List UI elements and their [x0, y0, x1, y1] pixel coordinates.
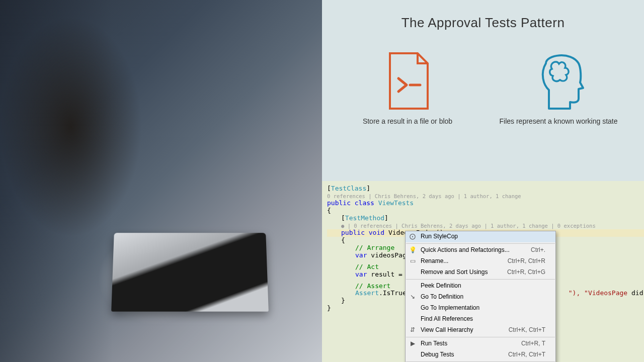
menu-item-shortcut: Ctrl+R, Ctrl+R — [508, 258, 545, 265]
menu-item-remove-and-sort-usings[interactable]: Remove and Sort UsingsCtrl+R, Ctrl+G — [406, 267, 555, 278]
menu-item-label: Run StyleCop — [421, 233, 458, 240]
menu-item-shortcut: Ctrl+. — [531, 247, 545, 254]
menu-item-go-to-implementation[interactable]: Go To Implementation — [406, 303, 555, 314]
slide-concepts: Store a result in a file or blob Files r… — [322, 48, 644, 127]
menu-item-icon: ▶ — [409, 340, 417, 347]
menu-item-run-tests[interactable]: ▶Run TestsCtrl+R, T — [406, 338, 555, 349]
menu-item-label: Quick Actions and Refactorings... — [421, 247, 510, 254]
menu-item-rename[interactable]: ▭Rename...Ctrl+R, Ctrl+R — [406, 256, 555, 267]
concept-store-result: Store a result in a file or blob — [337, 48, 478, 127]
menu-item-debug-tests[interactable]: Debug TestsCtrl+R, Ctrl+T — [406, 349, 555, 360]
file-terminal-icon — [337, 48, 478, 114]
attribute-testmethod: [TestMethod] — [327, 215, 644, 222]
brace: { — [327, 207, 644, 215]
menu-item-peek-definition[interactable]: Peek Definition — [406, 281, 555, 292]
attribute-testclass: [TestClass] — [327, 185, 644, 193]
menu-item-label: Rename... — [421, 258, 448, 265]
menu-item-label: Go To Implementation — [421, 305, 479, 312]
menu-item-label: View Call Hierarchy — [421, 327, 473, 334]
context-menu: ⨀Run StyleCop💡Quick Actions and Refactor… — [405, 231, 556, 362]
menu-item-shortcut: Ctrl+R, Ctrl+T — [508, 351, 545, 358]
right-column: The Approval Tests Pattern Store a resul… — [322, 0, 644, 362]
menu-item-icon: ⨀ — [409, 233, 417, 240]
menu-item-icon: ▭ — [409, 258, 417, 265]
menu-item-shortcut: Ctrl+K, Ctrl+T — [509, 327, 545, 334]
menu-item-label: Find All References — [421, 316, 473, 323]
menu-item-go-to-definition[interactable]: ↘Go To Definition — [406, 292, 555, 303]
menu-item-label: Peek Definition — [421, 283, 461, 290]
menu-item-view-call-hierarchy[interactable]: ⇵View Call HierarchyCtrl+K, Ctrl+T — [406, 325, 555, 336]
menu-item-shortcut: Ctrl+R, Ctrl+G — [507, 269, 545, 276]
code-editor[interactable]: [TestClass] 0 references | Chris Behrens… — [322, 181, 644, 362]
menu-item-find-all-references[interactable]: Find All References — [406, 314, 555, 325]
slide-title: The Approval Tests Pattern — [322, 0, 644, 31]
menu-separator — [406, 337, 555, 337]
menu-item-label: Go To Definition — [421, 294, 463, 301]
menu-item-icon: ↘ — [409, 294, 417, 301]
promo-photo-developer-laptop — [0, 0, 322, 362]
concept-label: Files represent a known working state — [488, 117, 629, 127]
menu-item-icon: ⇵ — [409, 327, 417, 334]
codelens-method[interactable]: ● | 0 references | Chris Behrens, 2 days… — [327, 223, 644, 229]
head-brain-icon — [488, 48, 629, 114]
menu-separator — [406, 243, 555, 244]
menu-item-quick-actions-and-refactorings[interactable]: 💡Quick Actions and Refactorings...Ctrl+. — [406, 245, 555, 256]
concept-label: Store a result in a file or blob — [337, 117, 478, 127]
menu-item-run-stylecop[interactable]: ⨀Run StyleCop — [406, 231, 555, 242]
menu-item-icon: 💡 — [409, 247, 417, 254]
menu-separator — [406, 279, 555, 280]
concept-known-state: Files represent a known working state — [488, 48, 629, 127]
codelens-class[interactable]: 0 references | Chris Behrens, 2 days ago… — [327, 193, 644, 199]
menu-item-shortcut: Ctrl+R, T — [521, 340, 545, 347]
menu-item-label: Remove and Sort Usings — [421, 269, 488, 276]
menu-item-label: Run Tests — [421, 340, 447, 347]
slide-approval-tests: The Approval Tests Pattern Store a resul… — [322, 0, 644, 181]
menu-item-label: Debug Tests — [421, 351, 454, 358]
class-declaration: public class ViewTests — [327, 200, 644, 207]
